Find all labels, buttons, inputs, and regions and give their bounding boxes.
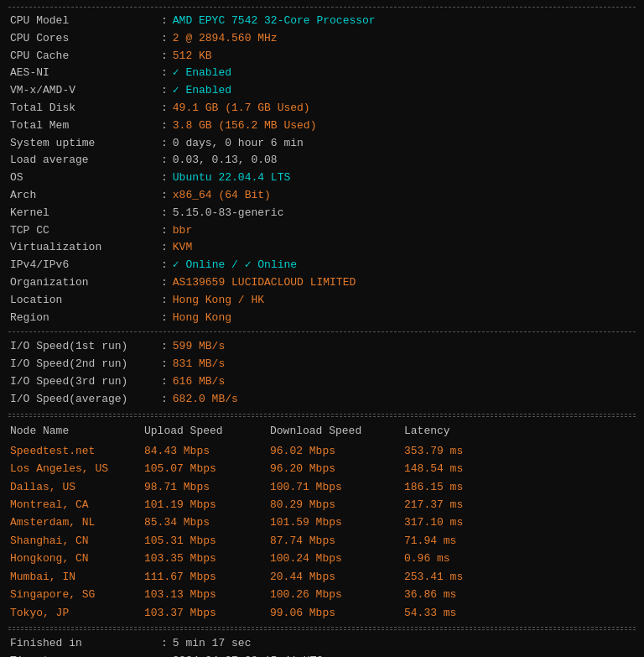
info-sep: :: [161, 239, 168, 257]
info-value: ✓ Enabled: [173, 82, 231, 100]
network-row: Hongkong, CN103.35 Mbps100.24 Mbps0.96 m…: [10, 550, 634, 567]
network-latency: 253.41 ms: [404, 568, 513, 586]
network-download: 100.26 Mbps: [270, 586, 404, 603]
network-node: Montreal, CA: [10, 496, 144, 514]
network-node: Speedtest.net: [10, 442, 144, 460]
info-row: Total Disk:49.1 GB (1.7 GB Used): [10, 100, 634, 117]
info-row: Location:Hong Kong / HK: [10, 292, 634, 310]
info-label: IPv4/IPv6: [10, 257, 161, 274]
network-node: Shanghai, CN: [10, 532, 144, 550]
network-header-cell: Upload Speed: [144, 422, 270, 441]
network-upload: 103.37 Mbps: [144, 604, 270, 622]
io-value: 682.0 MB/s: [173, 391, 238, 409]
network-row: Tokyo, JP103.37 Mbps99.06 Mbps54.33 ms: [10, 604, 634, 622]
network-upload: 84.43 Mbps: [144, 442, 270, 460]
network-upload: 101.19 Mbps: [144, 496, 270, 514]
network-row: Speedtest.net84.43 Mbps96.02 Mbps353.79 …: [10, 442, 634, 460]
sysinfo-section: CPU Model:AMD EPYC 7542 32-Core Processo…: [8, 7, 636, 332]
network-header-cell: Latency: [404, 422, 513, 441]
info-sep: :: [161, 187, 168, 205]
io-sep: :: [161, 338, 168, 356]
footer-section: Finished in:5 min 17 secTimestamp:2024-0…: [8, 629, 636, 657]
network-download: 100.24 Mbps: [270, 550, 404, 567]
info-label: Organization: [10, 274, 161, 292]
info-label: Kernel: [10, 205, 161, 222]
info-label: Region: [10, 310, 161, 327]
network-download: 20.44 Mbps: [270, 568, 404, 586]
info-value: ✓ Online / ✓ Online: [173, 257, 297, 274]
info-sep: :: [161, 65, 168, 82]
network-download: 101.59 Mbps: [270, 514, 404, 531]
info-sep: :: [161, 30, 168, 48]
network-download: 96.02 Mbps: [270, 442, 404, 460]
info-value: 0 days, 0 hour 6 min: [173, 135, 304, 153]
network-upload: 85.34 Mbps: [144, 514, 270, 531]
network-node: Singapore, SG: [10, 586, 144, 603]
info-sep: :: [161, 310, 168, 327]
network-node: Tokyo, JP: [10, 604, 144, 622]
network-latency: 148.54 ms: [404, 460, 513, 477]
network-latency: 71.94 ms: [404, 532, 513, 550]
network-row: Dallas, US98.71 Mbps100.71 Mbps186.15 ms: [10, 478, 634, 496]
info-row: CPU Model:AMD EPYC 7542 32-Core Processo…: [10, 13, 634, 30]
network-table-header: Node NameUpload SpeedDownload SpeedLaten…: [10, 422, 634, 441]
info-row: Arch:x86_64 (64 Bit): [10, 187, 634, 205]
network-latency: 317.10 ms: [404, 514, 513, 531]
io-row: I/O Speed(average):682.0 MB/s: [10, 391, 634, 409]
info-sep: :: [161, 205, 168, 222]
network-row: Shanghai, CN105.31 Mbps87.74 Mbps71.94 m…: [10, 532, 634, 550]
footer-row: Finished in:5 min 17 sec: [10, 635, 634, 653]
footer-row: Timestamp:2024-04-27 08:15:41 UTC: [10, 653, 634, 657]
info-value: x86_64 (64 Bit): [173, 187, 271, 205]
info-label: System uptime: [10, 135, 161, 153]
info-sep: :: [161, 169, 168, 187]
network-upload: 103.35 Mbps: [144, 550, 270, 567]
io-sep: :: [161, 373, 168, 391]
footer-sep: :: [161, 635, 168, 653]
network-download: 100.71 Mbps: [270, 478, 404, 496]
network-upload: 103.13 Mbps: [144, 586, 270, 603]
network-latency: 0.96 ms: [404, 550, 513, 567]
info-value: 512 KB: [173, 48, 212, 65]
info-value: ✓ Enabled: [173, 65, 231, 82]
io-label: I/O Speed(2nd run): [10, 356, 161, 373]
info-sep: :: [161, 292, 168, 310]
info-row: VM-x/AMD-V:✓ Enabled: [10, 82, 634, 100]
info-row: TCP CC:bbr: [10, 222, 634, 240]
info-row: Virtualization:KVM: [10, 239, 634, 257]
network-upload: 111.67 Mbps: [144, 568, 270, 586]
network-download: 96.20 Mbps: [270, 460, 404, 477]
info-label: Total Disk: [10, 100, 161, 117]
io-sep: :: [161, 391, 168, 409]
io-label: I/O Speed(average): [10, 391, 161, 409]
info-label: OS: [10, 169, 161, 187]
network-latency: 54.33 ms: [404, 604, 513, 622]
network-node: Mumbai, IN: [10, 568, 144, 586]
network-header-cell: Node Name: [10, 422, 144, 441]
info-value: 2 @ 2894.560 MHz: [173, 30, 278, 48]
info-row: OS:Ubuntu 22.04.4 LTS: [10, 169, 634, 187]
info-label: Arch: [10, 187, 161, 205]
io-row: I/O Speed(1st run):599 MB/s: [10, 338, 634, 356]
io-value: 831 MB/s: [173, 356, 225, 373]
info-label: VM-x/AMD-V: [10, 82, 161, 100]
io-row: I/O Speed(3rd run):616 MB/s: [10, 373, 634, 391]
info-sep: :: [161, 100, 168, 117]
info-value: 3.8 GB (156.2 MB Used): [173, 117, 317, 135]
io-label: I/O Speed(1st run): [10, 338, 161, 356]
info-value: Hong Kong: [173, 310, 231, 327]
network-latency: 217.37 ms: [404, 496, 513, 514]
info-label: TCP CC: [10, 222, 161, 240]
info-label: CPU Cache: [10, 48, 161, 65]
info-sep: :: [161, 48, 168, 65]
info-sep: :: [161, 152, 168, 169]
info-row: CPU Cache:512 KB: [10, 48, 634, 65]
network-row: Amsterdam, NL85.34 Mbps101.59 Mbps317.10…: [10, 514, 634, 531]
io-label: I/O Speed(3rd run): [10, 373, 161, 391]
info-row: Total Mem:3.8 GB (156.2 MB Used): [10, 117, 634, 135]
network-latency: 36.86 ms: [404, 586, 513, 603]
network-download: 87.74 Mbps: [270, 532, 404, 550]
io-value: 616 MB/s: [173, 373, 225, 391]
info-value: Hong Kong / HK: [173, 292, 264, 310]
info-value: 5.15.0-83-generic: [173, 205, 284, 222]
